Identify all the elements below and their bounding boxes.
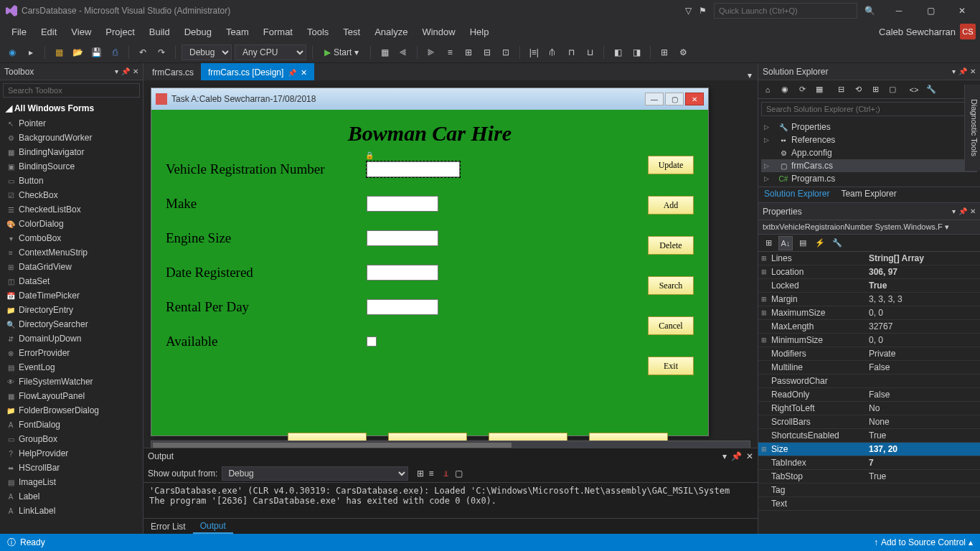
menu-file[interactable]: File — [4, 24, 34, 40]
toolbox-eventlog[interactable]: ▤EventLog — [0, 360, 143, 375]
designer-surface[interactable]: Task A:Caleb Sewcharran-17/08/2018 — ▢ ✕… — [143, 80, 758, 448]
sol-showall-icon[interactable]: ▦ — [813, 83, 826, 96]
output-text[interactable]: 'CarsDatabase.exe' (CLR v4.0.30319: Cars… — [143, 483, 758, 518]
toolbox-datetimepicker[interactable]: 📅DateTimePicker — [0, 288, 143, 303]
align-icon[interactable]: ▦ — [377, 44, 392, 60]
sol-refresh-icon[interactable]: ⟲ — [852, 83, 864, 96]
toolbox-hscrollbar[interactable]: ⬌HScrollBar — [0, 461, 143, 475]
toolbox-checkbox[interactable]: ☑CheckBox — [0, 188, 143, 202]
toolbox-colordialog[interactable]: 🎨ColorDialog — [0, 217, 143, 231]
form-maximize-button[interactable]: ▢ — [665, 93, 684, 105]
node-frmcars[interactable]: ▷▢frmCars.cs — [761, 159, 977, 172]
grid-icon[interactable]: ⊞ — [656, 44, 672, 60]
property-righttoleft[interactable]: RightToLeftNo — [758, 402, 980, 415]
checkbox-available[interactable] — [367, 336, 377, 347]
output-close-icon[interactable]: ✕ — [746, 451, 753, 461]
property-multiline[interactable]: MultilineFalse — [758, 361, 980, 375]
sol-collapse-icon[interactable]: ⊟ — [834, 83, 847, 96]
align2-icon[interactable]: ⫷ — [395, 44, 411, 60]
delete-button[interactable]: Delete — [648, 236, 694, 255]
prop-window-dropdown-icon[interactable]: ▾ — [952, 207, 956, 215]
toolbox-errorprovider[interactable]: ⊗ErrorProvider — [0, 346, 143, 360]
toolbox-domainupdown[interactable]: ⇵DomainUpDown — [0, 331, 143, 346]
menu-team[interactable]: Team — [219, 24, 256, 40]
config-dropdown[interactable]: Debug — [182, 44, 232, 60]
toolbox-button[interactable]: ▭Button — [0, 174, 143, 188]
toolbox-flowlayoutpanel[interactable]: ▦FlowLayoutPanel — [0, 389, 143, 403]
layout-icon-5[interactable]: ⊡ — [498, 44, 514, 60]
layout-icon-1[interactable]: ⫸ — [423, 44, 439, 60]
save-all-icon[interactable]: ⎙ — [107, 44, 123, 60]
property-maximumsize[interactable]: ⊞MaximumSize0, 0 — [758, 306, 980, 320]
add-source-control[interactable]: ↑ Add to Source Control ▴ — [874, 537, 973, 547]
output-window-position-icon[interactable]: ▾ — [722, 451, 727, 461]
property-lines[interactable]: ⊞LinesString[] Array — [758, 252, 980, 265]
toolbox-dataset[interactable]: ◫DataSet — [0, 274, 143, 288]
window-position-icon[interactable]: ▾ — [115, 67, 118, 75]
menu-edit[interactable]: Edit — [34, 24, 64, 40]
property-tag[interactable]: Tag — [758, 484, 980, 497]
output-source-dropdown[interactable]: Debug — [222, 466, 408, 481]
textbox-make[interactable] — [367, 196, 438, 212]
output-goto-icon[interactable]: ▢ — [455, 468, 463, 479]
output-pin-icon[interactable]: 📌 — [731, 451, 742, 461]
layout-icon-3[interactable]: ⊞ — [461, 44, 476, 60]
layout-icon-2[interactable]: ≡ — [442, 44, 458, 60]
platform-dropdown[interactable]: Any CPU — [235, 44, 306, 60]
new-project-icon[interactable]: ▦ — [51, 44, 67, 60]
navigate-back-icon[interactable]: ◉ — [4, 44, 20, 60]
designer-horizontal-scrollbar[interactable] — [151, 441, 750, 448]
solution-search-input[interactable] — [761, 102, 977, 116]
toolbox-bindingsource[interactable]: ▣BindingSource — [0, 159, 143, 174]
feedback-icon[interactable]: ⚑ — [699, 6, 707, 16]
property-locked[interactable]: LockedTrue — [758, 279, 980, 293]
menu-build[interactable]: Build — [142, 24, 177, 40]
order-icon-2[interactable]: ◨ — [628, 44, 644, 60]
navigate-forward-icon[interactable]: ▸ — [23, 44, 39, 60]
menu-window[interactable]: Window — [415, 24, 462, 40]
diagnostic-tools-tab[interactable]: Diagnostic Tools — [964, 85, 980, 171]
node-references[interactable]: ▷▪▪References — [761, 133, 977, 146]
property-tabindex[interactable]: TabIndex7 — [758, 456, 980, 470]
menu-test[interactable]: Test — [336, 24, 367, 40]
toolbox-fontdialog[interactable]: AFontDialog — [0, 418, 143, 432]
start-button[interactable]: ▶Start ▾ — [319, 46, 364, 59]
toolbox-pointer[interactable]: ↖Pointer — [0, 116, 143, 131]
cancel-button[interactable]: Cancel — [648, 316, 694, 335]
property-text[interactable]: Text — [758, 497, 980, 511]
misc-icon[interactable]: ⚙ — [675, 44, 691, 60]
sol-window-dropdown-icon[interactable]: ▾ — [952, 67, 956, 75]
sol-close-icon[interactable]: ✕ — [970, 67, 976, 75]
toolbox-filesystemwatcher[interactable]: 👁FileSystemWatcher — [0, 375, 143, 389]
pin-tab-icon[interactable]: 📌 — [288, 69, 296, 77]
update-button[interactable]: Update — [648, 156, 694, 174]
property-shortcutsenabled[interactable]: ShortcutsEnabledTrue — [758, 429, 980, 443]
toolbox-group[interactable]: ◢ All Windows Forms — [0, 100, 143, 116]
toolbox-backgroundworker[interactable]: ⚙BackgroundWorker — [0, 131, 143, 145]
node-properties[interactable]: ▷🔧Properties — [761, 121, 977, 133]
search-button[interactable]: Search — [648, 276, 694, 295]
output-clear-icon[interactable]: ⊞ — [417, 468, 424, 479]
minimize-button[interactable]: ─ — [887, 2, 911, 19]
quick-launch-input[interactable] — [714, 3, 857, 19]
search-icon[interactable]: 🔍 — [864, 6, 875, 16]
close-tab-icon[interactable]: ✕ — [301, 68, 307, 77]
property-modifiers[interactable]: ModifiersPrivate — [758, 347, 980, 361]
toolbox-bindingnavigator[interactable]: ▦BindingNavigator — [0, 145, 143, 159]
toolbox-folderbrowserdialog[interactable]: 📁FolderBrowserDialog — [0, 403, 143, 418]
menu-view[interactable]: View — [64, 24, 98, 40]
node-appconfig[interactable]: ⚙App.config — [761, 146, 977, 159]
prop-properties-icon[interactable]: ▤ — [796, 236, 810, 250]
property-readonly[interactable]: ReadOnlyFalse — [758, 388, 980, 402]
toolbox-contextmenustrip[interactable]: ≡ContextMenuStrip — [0, 245, 143, 260]
order-icon-1[interactable]: ◧ — [610, 44, 626, 60]
user-name[interactable]: Caleb Sewcharran — [879, 27, 956, 37]
menu-debug[interactable]: Debug — [177, 24, 219, 40]
toolbox-groupbox[interactable]: ▭GroupBox — [0, 432, 143, 446]
node-program[interactable]: ▷C#Program.cs — [761, 172, 977, 185]
sol-code-icon[interactable]: <> — [908, 83, 920, 96]
output-toggle-icon[interactable]: ⫫ — [442, 468, 451, 479]
user-avatar[interactable]: CS — [960, 24, 976, 39]
sol-wrench-icon[interactable]: 🔧 — [925, 83, 938, 96]
toolbox-combobox[interactable]: ▾ComboBox — [0, 231, 143, 245]
